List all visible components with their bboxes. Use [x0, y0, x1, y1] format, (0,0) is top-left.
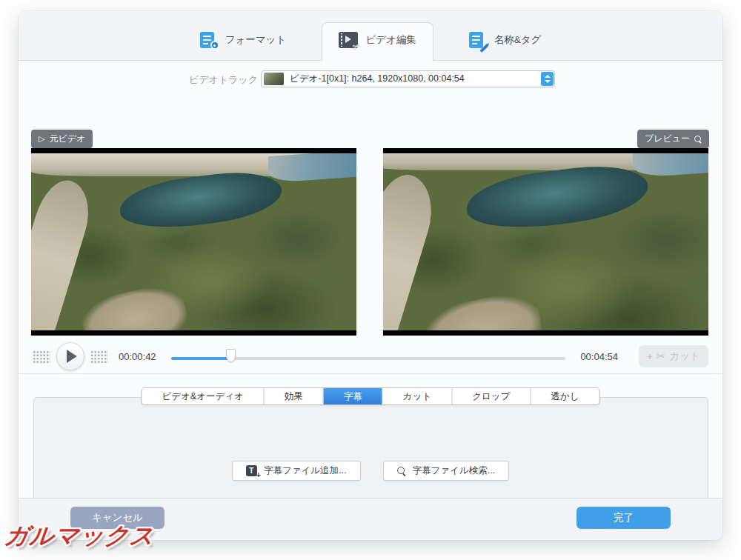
video-track-label: ビデオトラック：: [189, 73, 268, 87]
film-scissors-icon: ✂: [339, 32, 358, 48]
segment-effects[interactable]: 効果: [264, 388, 323, 404]
select-stepper-icon[interactable]: [541, 72, 554, 86]
tab-video-edit[interactable]: ✂ ビデオ編集: [322, 22, 433, 61]
section-divider: [19, 373, 722, 374]
search-subtitle-file-label: 字幕ファイル検索...: [413, 464, 496, 477]
garumax-logo: ガルマックス: [3, 520, 156, 553]
add-subtitle-file-button[interactable]: T 字幕ファイル追加...: [232, 461, 361, 481]
source-video-badge-label: 元ビデオ: [49, 133, 85, 145]
slider-handle[interactable]: [226, 349, 236, 362]
track-selected-option: ビデオ-1[0x1]: h264, 1920x1080, 00:04:54: [290, 73, 465, 85]
tab-format-label: フォーマット: [225, 33, 287, 47]
content-area: ビデオトラック： ビデオ-1[0x1]: h264, 1920x1080, 00…: [19, 61, 722, 498]
play-outline-icon: ▷: [39, 135, 44, 143]
source-video-badge: ▷ 元ビデオ: [31, 130, 93, 148]
preview-badge: プレビュー: [637, 130, 709, 148]
app-window: フォーマット ✂ ビデオ編集 名称&タグ ビデオトラック： ビデオ-1[0x1]…: [19, 11, 722, 540]
done-button[interactable]: 完了: [576, 507, 671, 529]
tab-video-edit-label: ビデオ編集: [365, 33, 416, 47]
segment-subtitles[interactable]: 字幕: [323, 388, 382, 404]
segment-watermark[interactable]: 透かし: [530, 388, 599, 404]
magnifier-icon: [694, 136, 702, 143]
main-toolbar: フォーマット ✂ ビデオ編集 名称&タグ: [19, 11, 722, 61]
subtitle-actions: T 字幕ファイル追加... 字幕ファイル検索...: [19, 461, 722, 481]
frame-step-forward-icon[interactable]: [90, 350, 108, 363]
play-button[interactable]: [56, 342, 84, 370]
cut-button-label: カット: [669, 350, 700, 363]
video-track-select[interactable]: ビデオ-1[0x1]: h264, 1920x1080, 00:04:54: [261, 70, 555, 87]
track-thumbnail: [264, 73, 284, 85]
video-track-row: ビデオトラック： ビデオ-1[0x1]: h264, 1920x1080, 00…: [19, 70, 722, 88]
play-icon: [67, 350, 77, 363]
transport-controls: 00:00:42 00:04:54 + ✂ カット: [33, 342, 708, 370]
preview-badge-label: プレビュー: [645, 133, 690, 145]
scissors-icon: ✂: [657, 350, 666, 363]
tab-name-tags[interactable]: 名称&タグ: [453, 23, 558, 60]
plus-icon: +: [647, 351, 653, 362]
cut-button[interactable]: + ✂ カット: [639, 345, 708, 367]
preview-video-image: [383, 153, 708, 330]
format-document-gear-icon: [200, 32, 218, 48]
edit-segmented-control: ビデオ&オーディオ 効果 字幕 カット クロップ 透かし: [141, 387, 599, 405]
add-subtitle-file-label: 字幕ファイル追加...: [264, 464, 347, 477]
search-subtitle-file-button[interactable]: 字幕ファイル検索...: [383, 461, 510, 481]
segment-video-audio[interactable]: ビデオ&オーディオ: [142, 388, 263, 404]
slider-fill: [171, 357, 230, 360]
document-pencil-icon: [469, 32, 487, 48]
search-icon: [397, 467, 406, 476]
source-video-image: [31, 153, 356, 330]
preview-video-frame[interactable]: [383, 148, 708, 336]
subtitle-add-icon: T: [246, 465, 257, 476]
segment-crop[interactable]: クロップ: [451, 388, 530, 404]
frame-step-back-icon[interactable]: [33, 350, 50, 363]
tab-format[interactable]: フォーマット: [184, 23, 303, 60]
source-video-frame[interactable]: [31, 148, 356, 336]
segment-cut[interactable]: カット: [382, 388, 451, 404]
current-time: 00:00:42: [119, 351, 156, 362]
tab-name-tags-label: 名称&タグ: [494, 33, 542, 47]
total-time: 00:04:54: [580, 351, 618, 362]
timeline-slider[interactable]: [171, 349, 566, 364]
